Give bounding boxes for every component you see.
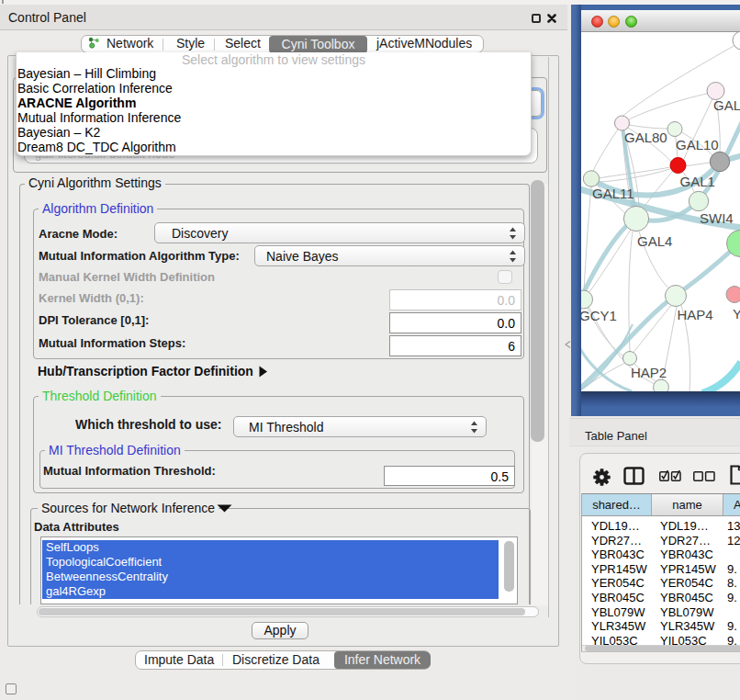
svg-text:GAL: GAL [713, 97, 740, 113]
svg-text:GAL4: GAL4 [637, 233, 672, 249]
svg-text:HAP4: HAP4 [678, 307, 713, 322]
svg-text:Y: Y [733, 306, 740, 322]
svg-text:GAL10: GAL10 [676, 137, 719, 152]
svg-text:GCY1: GCY1 [581, 308, 617, 323]
svg-text:GAL11: GAL11 [592, 186, 634, 201]
svg-text:GAL1: GAL1 [680, 174, 715, 189]
svg-text:SWI4: SWI4 [700, 210, 734, 226]
svg-text:GAL80: GAL80 [624, 130, 667, 145]
svg-text:HAP2: HAP2 [631, 365, 667, 380]
